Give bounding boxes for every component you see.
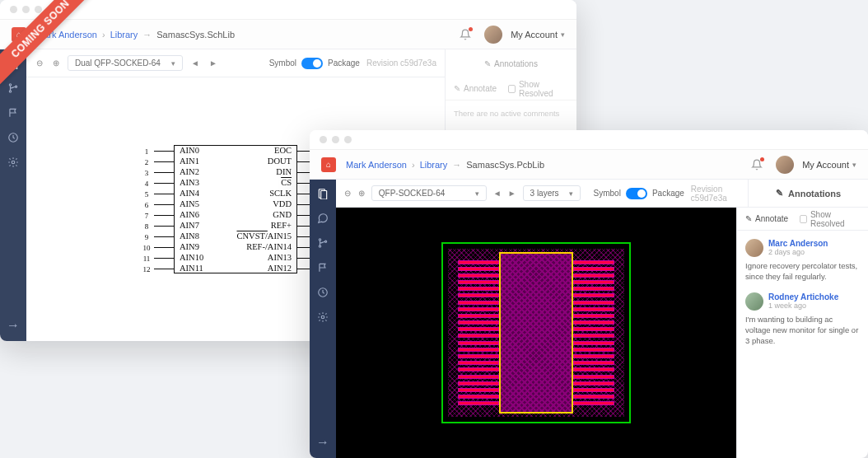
sidebar-branch-icon[interactable] <box>7 82 19 94</box>
layers-dropdown[interactable]: 3 layers▾ <box>523 185 581 201</box>
sidebar-branch-icon[interactable] <box>317 237 329 249</box>
pcb-pad <box>458 293 499 297</box>
pcb-canvas[interactable] <box>336 208 736 458</box>
pcb-pad <box>573 401 614 405</box>
annotations-panel: ✎ Annotate Show Resolved Marc Anderson2 … <box>736 208 868 458</box>
annotate-tab[interactable]: ✎ Annotate <box>745 214 788 223</box>
sidebar-settings-icon[interactable] <box>7 157 19 168</box>
zoom-out-icon[interactable]: ⊖ <box>35 58 44 68</box>
pcb-pad <box>573 327 614 331</box>
header: ⌂ Mark Anderson › Library → SamascSys.Sc… <box>0 20 576 49</box>
notifications-icon[interactable] <box>460 29 471 40</box>
annotations-empty-text: There are no active comments <box>446 100 576 126</box>
sidebar: → <box>0 49 26 341</box>
traffic-light-min[interactable] <box>332 136 339 143</box>
pcb-pad <box>573 260 614 264</box>
comment-body: Ignore recovery percolator tests, since … <box>745 260 860 283</box>
comment-avatar <box>745 239 763 257</box>
revision-label: Revision c59d7e3a <box>366 58 436 68</box>
sidebar-flag-icon[interactable] <box>317 262 329 273</box>
pcb-pad <box>573 314 614 318</box>
schematic-pin: 1 <box>138 146 175 157</box>
breadcrumb-library[interactable]: Library <box>420 160 448 170</box>
schematic-pin: 12 <box>138 264 175 274</box>
symbol-label: Symbol <box>594 189 621 198</box>
prev-component-button[interactable]: ◄ <box>189 58 201 69</box>
prev-component-button[interactable]: ◄ <box>493 188 502 199</box>
toolbar: ⊖ ⊕ QFP-SOCKED-64▾ ◄ ► 3 layers▾ Symbol … <box>336 180 748 208</box>
component-dropdown[interactable]: QFP-SOCKED-64▾ <box>371 185 487 201</box>
traffic-light-min[interactable] <box>22 6 30 13</box>
user-avatar[interactable] <box>484 26 502 44</box>
account-menu[interactable]: My Account▾ <box>511 30 565 40</box>
svg-rect-8 <box>321 191 327 200</box>
sidebar-collapse-icon[interactable]: → <box>7 320 19 331</box>
sidebar-clock-icon[interactable] <box>7 132 19 143</box>
notifications-icon[interactable] <box>751 159 763 171</box>
pcb-pad <box>458 280 499 284</box>
next-component-button[interactable]: ► <box>508 188 516 199</box>
pcb-pad <box>458 375 499 379</box>
sidebar-clock-icon[interactable] <box>317 287 329 298</box>
user-avatar[interactable] <box>776 156 794 174</box>
titlebar <box>0 0 576 20</box>
traffic-light-close[interactable] <box>10 6 17 13</box>
pcb-pad <box>458 307 499 311</box>
schematic-pin: 6 <box>138 199 175 210</box>
annotations-header: ✎Annotations <box>445 49 576 77</box>
pcb-pad <box>458 388 499 392</box>
pcb-pad <box>573 361 614 365</box>
pcb-pad <box>458 341 499 345</box>
traffic-light-max[interactable] <box>344 136 352 143</box>
pcb-pad <box>458 301 499 305</box>
pcb-pad <box>458 327 499 331</box>
traffic-light-close[interactable] <box>320 136 327 143</box>
pcb-pad <box>573 367 614 372</box>
pcb-pad <box>458 287 499 291</box>
sidebar-flag-icon[interactable] <box>7 107 19 119</box>
symbol-package-toggle[interactable] <box>301 58 323 69</box>
pcb-pad <box>573 287 614 291</box>
breadcrumb-file: SamascSys.PcbLib <box>466 160 544 170</box>
breadcrumb-file: SamascSys.SchLib <box>156 30 235 40</box>
sidebar-comments-icon[interactable] <box>317 213 329 224</box>
pcb-pad <box>458 354 499 358</box>
sidebar-collapse-icon[interactable]: → <box>317 437 329 448</box>
account-menu[interactable]: My Account▾ <box>802 160 856 170</box>
pcb-pad <box>573 341 614 345</box>
breadcrumb-user[interactable]: Mark Anderson <box>346 160 407 170</box>
annotation-comment[interactable]: Rodney Artichoke1 week agoI'm wanting to… <box>745 292 860 347</box>
pcb-pad <box>573 301 614 305</box>
zoom-in-icon[interactable]: ⊕ <box>357 189 364 199</box>
breadcrumb-library[interactable]: Library <box>110 30 138 40</box>
pcb-pad <box>573 354 614 358</box>
component-dropdown[interactable]: Dual QFP-SOCKED-64▾ <box>68 55 183 71</box>
sidebar-settings-icon[interactable] <box>317 311 329 323</box>
pcb-pad <box>458 260 499 264</box>
next-component-button[interactable]: ► <box>208 58 219 69</box>
pcb-pad <box>458 314 499 318</box>
sidebar: → <box>310 180 336 458</box>
sidebar-files-icon[interactable] <box>317 188 329 199</box>
symbol-label: Symbol <box>269 58 296 68</box>
comment-author: Rodney Artichoke <box>768 292 838 301</box>
schematic-pin: 3 <box>138 167 175 178</box>
zoom-out-icon[interactable]: ⊖ <box>344 189 351 199</box>
app-logo-icon: ⌂ <box>321 157 336 172</box>
pcb-pad <box>573 334 614 338</box>
pcb-pad <box>458 320 499 325</box>
show-resolved-toggle[interactable]: Show Resolved <box>508 80 568 98</box>
comment-avatar <box>745 292 763 311</box>
annotation-comment[interactable]: Marc Anderson2 days agoIgnore recovery p… <box>745 239 860 283</box>
pcb-pad <box>573 307 614 311</box>
comment-time: 1 week ago <box>768 301 838 310</box>
svg-point-10 <box>319 245 320 247</box>
revision-label: Revision c59d7e3a <box>691 185 740 203</box>
schematic-pin: 8 <box>138 221 175 231</box>
show-resolved-toggle[interactable]: Show Resolved <box>800 210 860 228</box>
zoom-in-icon[interactable]: ⊕ <box>51 58 61 68</box>
pcb-pad <box>573 280 614 284</box>
annotate-tab[interactable]: ✎ Annotate <box>454 84 497 93</box>
symbol-package-toggle[interactable] <box>626 188 647 199</box>
pcb-footprint <box>441 242 631 423</box>
